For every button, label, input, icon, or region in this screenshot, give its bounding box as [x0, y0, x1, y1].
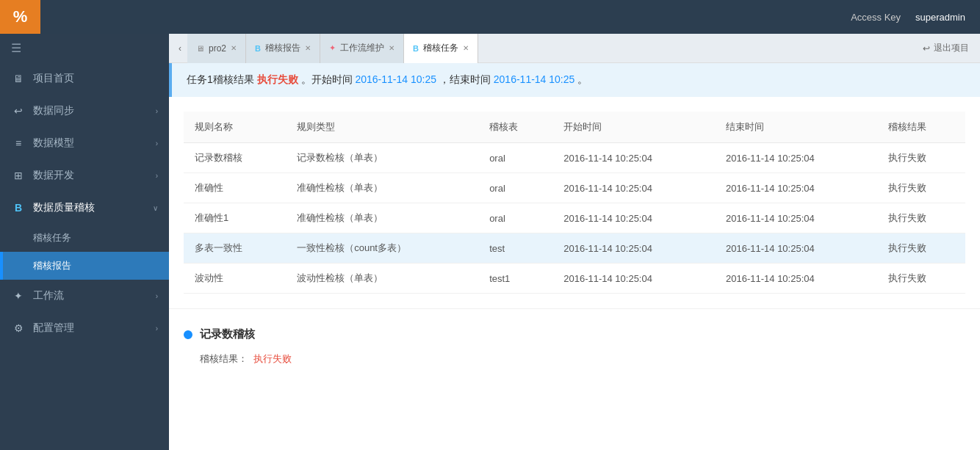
alert-suffix: 。 — [577, 73, 588, 85]
tab-icon-workflow-maint: ✦ — [329, 43, 336, 53]
detail-result-line: 稽核结果： 执行失败 — [184, 352, 965, 366]
detail-title: 记录数稽核 — [184, 327, 965, 341]
cell-row0-col3: 2016-11-14 10:25:04 — [552, 143, 715, 173]
access-key-link[interactable]: Access Key — [851, 12, 901, 23]
alert-middle: 。开始时间 — [301, 73, 353, 85]
tab-label-workflow-maint: 工作流维护 — [340, 42, 384, 54]
tab-bar: ‹ 🖥 pro2 ✕ B 稽核报告 ✕ ✦ 工作流维护 ✕ B — [169, 34, 980, 63]
tab-label-audit-report: 稽核报告 — [265, 42, 300, 54]
sidebar-label-home: 项目首页 — [33, 72, 74, 85]
chevron-right-icon: › — [156, 107, 158, 115]
cell-row2-col0: 准确性1 — [184, 203, 286, 233]
sidebar-item-data-quality[interactable]: B 数据质量稽核 ∨ — [0, 192, 169, 224]
exit-icon: ↩ — [923, 43, 930, 54]
user-label: superadmin — [915, 12, 965, 23]
cell-row2-col1: 准确性检核（单表） — [286, 203, 478, 233]
content-area: ‹ 🖥 pro2 ✕ B 稽核报告 ✕ ✦ 工作流维护 ✕ B — [169, 34, 980, 450]
tab-audit-report[interactable]: B 稽核报告 ✕ — [246, 34, 320, 63]
cell-row3-col1: 一致性检核（count多表） — [286, 233, 478, 264]
chevron-down-icon: ∨ — [153, 204, 158, 212]
table-row[interactable]: 波动性波动性检核（单表）test12016-11-14 10:25:042016… — [184, 264, 965, 294]
sidebar-label-data-model: 数据模型 — [33, 137, 74, 150]
sidebar: ☰ 🖥 项目首页 ↩ 数据同步 › ≡ 数据模型 › — [0, 34, 169, 450]
tab-pro2[interactable]: 🖥 pro2 ✕ — [187, 34, 246, 63]
tab-icon-pro2: 🖥 — [196, 44, 204, 53]
cell-row3-result: 执行失败 — [877, 233, 965, 264]
tab-close-workflow-maint[interactable]: ✕ — [389, 44, 394, 52]
col-header-audit-result: 稽核结果 — [877, 112, 965, 143]
sidebar-item-data-dev[interactable]: ⊞ 数据开发 › — [0, 159, 169, 192]
menu-toggle[interactable]: ☰ — [0, 34, 169, 62]
tab-label-audit-task: 稽核任务 — [423, 42, 458, 54]
cell-row2-col3: 2016-11-14 10:25:04 — [552, 203, 715, 233]
alert-end-time: 2016-11-14 10:25 — [494, 73, 575, 85]
config-icon: ⚙ — [11, 321, 26, 335]
sidebar-item-config[interactable]: ⚙ 配置管理 › — [0, 312, 169, 344]
detail-result-value: 执行失败 — [253, 352, 292, 366]
detail-section: 记录数稽核 稽核结果： 执行失败 — [169, 308, 980, 384]
tab-close-audit-report[interactable]: ✕ — [305, 44, 311, 52]
alert-start-time: 2016-11-14 10:25 — [355, 73, 436, 85]
sidebar-item-data-model[interactable]: ≡ 数据模型 › — [0, 127, 169, 159]
cell-row0-col2: oral — [478, 143, 552, 173]
tab-audit-task[interactable]: B 稽核任务 ✕ — [404, 34, 478, 63]
table-row[interactable]: 多表一致性一致性检核（count多表）test2016-11-14 10:25:… — [184, 233, 965, 264]
cell-row1-col4: 2016-11-14 10:25:04 — [715, 173, 877, 203]
cell-row3-col3: 2016-11-14 10:25:04 — [552, 233, 715, 264]
cell-row3-col2: test — [478, 233, 552, 264]
table-row[interactable]: 记录数稽核记录数检核（单表）oral2016-11-14 10:25:04201… — [184, 143, 965, 173]
cell-row1-result: 执行失败 — [877, 173, 965, 203]
data-sync-icon: ↩ — [11, 104, 26, 118]
audit-table: 规则名称 规则类型 稽核表 开始时间 结束时间 稽核结果 记录数稽核记录数检核（… — [184, 112, 965, 294]
sidebar-label-data-dev: 数据开发 — [33, 169, 74, 182]
top-header: % Access Key superadmin — [0, 0, 980, 34]
cell-row0-result: 执行失败 — [877, 143, 965, 173]
col-header-rule-type: 规则类型 — [286, 112, 478, 143]
cell-row1-col2: oral — [478, 173, 552, 203]
exit-project-button[interactable]: ↩ 退出项目 — [912, 42, 980, 54]
cell-row2-result: 执行失败 — [877, 203, 965, 233]
detail-title-text: 记录数稽核 — [200, 327, 255, 341]
table-row[interactable]: 准确性1准确性检核（单表）oral2016-11-14 10:25:042016… — [184, 203, 965, 233]
cell-row0-col0: 记录数稽核 — [184, 143, 286, 173]
workflow-icon: ✦ — [11, 288, 26, 303]
tab-close-audit-task[interactable]: ✕ — [463, 44, 469, 52]
alert-comma: ，结束时间 — [439, 73, 491, 85]
content-scroll[interactable]: 任务1稽核结果 执行失败 。开始时间 2016-11-14 10:25 ，结束时… — [169, 63, 980, 450]
logo-area: % — [0, 0, 40, 34]
header-actions: Access Key superadmin — [851, 12, 965, 23]
tab-icon-audit-task: B — [413, 44, 419, 53]
alert-banner: 任务1稽核结果 执行失败 。开始时间 2016-11-14 10:25 ，结束时… — [169, 63, 980, 97]
cell-row1-col1: 准确性检核（单表） — [286, 173, 478, 203]
cell-row4-col3: 2016-11-14 10:25:04 — [552, 264, 715, 294]
cell-row4-result: 执行失败 — [877, 264, 965, 294]
sidebar-sub-audit-task-label: 稽核任务 — [33, 232, 71, 243]
home-icon: 🖥 — [11, 71, 26, 86]
tab-workflow-maint[interactable]: ✦ 工作流维护 ✕ — [320, 34, 404, 63]
cell-row4-col4: 2016-11-14 10:25:04 — [715, 264, 877, 294]
data-dev-icon: ⊞ — [11, 168, 26, 183]
table-row[interactable]: 准确性准确性检核（单表）oral2016-11-14 10:25:042016-… — [184, 173, 965, 203]
sidebar-sub-audit-task[interactable]: 稽核任务 — [0, 224, 169, 252]
data-model-icon: ≡ — [11, 136, 26, 150]
tab-close-pro2[interactable]: ✕ — [231, 44, 237, 52]
col-header-start-time: 开始时间 — [552, 112, 715, 143]
chevron-right-icon: › — [156, 172, 158, 180]
col-header-end-time: 结束时间 — [715, 112, 877, 143]
tab-scroll-left[interactable]: ‹ — [173, 43, 187, 54]
sidebar-sub-audit-report[interactable]: 稽核报告 — [0, 252, 169, 280]
cell-row4-col2: test1 — [478, 264, 552, 294]
table-header-row: 规则名称 规则类型 稽核表 开始时间 结束时间 稽核结果 — [184, 112, 965, 143]
detail-dot — [184, 330, 192, 339]
sidebar-label-data-quality: 数据质量稽核 — [33, 201, 95, 214]
detail-result-label: 稽核结果： — [200, 352, 248, 366]
cell-row3-col4: 2016-11-14 10:25:04 — [715, 233, 877, 264]
cell-row0-col4: 2016-11-14 10:25:04 — [715, 143, 877, 173]
cell-row1-col3: 2016-11-14 10:25:04 — [552, 173, 715, 203]
sidebar-item-workflow[interactable]: ✦ 工作流 › — [0, 280, 169, 312]
cell-row0-col1: 记录数检核（单表） — [286, 143, 478, 173]
sidebar-item-home[interactable]: 🖥 项目首页 — [0, 62, 169, 95]
sidebar-item-data-sync[interactable]: ↩ 数据同步 › — [0, 95, 169, 127]
tab-icon-audit-report: B — [255, 44, 261, 53]
alert-fail-text: 执行失败 — [257, 73, 298, 85]
